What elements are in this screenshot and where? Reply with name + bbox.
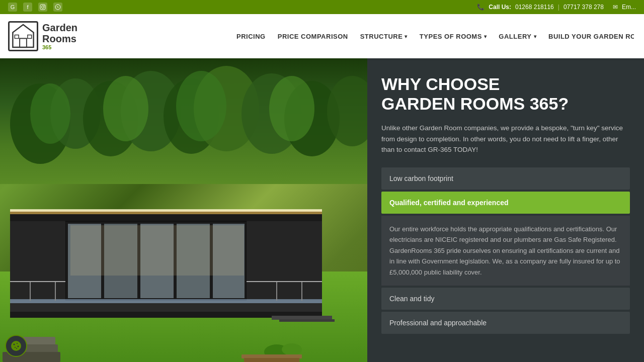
email-partial[interactable]: Em... bbox=[622, 4, 636, 11]
social-links: G f bbox=[8, 3, 62, 12]
svg-point-57 bbox=[11, 341, 21, 351]
svg-point-20 bbox=[176, 71, 226, 141]
nav-structure[interactable]: STRUCTURE ▾ bbox=[360, 33, 408, 40]
phone-icon: 📞 bbox=[477, 4, 485, 11]
whatsapp-icon[interactable] bbox=[53, 3, 62, 12]
trees-svg bbox=[0, 63, 367, 179]
svg-point-1 bbox=[42, 6, 44, 9]
svg-rect-0 bbox=[40, 5, 45, 10]
logo-line2: Rooms bbox=[42, 33, 77, 44]
phone-number-1[interactable]: 01268 218116 bbox=[515, 4, 554, 11]
logo-text: Garden Rooms 365 bbox=[42, 22, 77, 50]
nav-bar: 365 Garden Rooms 365 PRICING PRICE COMPA… bbox=[0, 14, 644, 58]
svg-rect-41 bbox=[10, 299, 322, 303]
feature-low-carbon[interactable]: Low carbon footprint bbox=[381, 167, 630, 190]
svg-rect-35 bbox=[70, 225, 244, 276]
svg-point-59 bbox=[17, 343, 18, 344]
instagram-icon[interactable] bbox=[38, 3, 47, 12]
divider: | bbox=[558, 4, 559, 11]
logo-line1: Garden bbox=[42, 22, 77, 33]
nav-pricing[interactable]: PRICING bbox=[236, 33, 266, 40]
garden-room-image bbox=[0, 58, 367, 362]
svg-rect-38 bbox=[10, 209, 322, 212]
feature-professional[interactable]: Professional and approachable bbox=[381, 312, 630, 334]
why-choose-description: Unlike other Garden Room companies, we p… bbox=[381, 123, 630, 155]
why-choose-heading: WHY CHOOSE GARDEN ROOMS 365? bbox=[381, 74, 630, 114]
nav-gallery[interactable]: GALLERY ▾ bbox=[499, 33, 536, 40]
svg-rect-36 bbox=[10, 221, 65, 302]
feature-clean-tidy[interactable]: Clean and tidy bbox=[381, 288, 630, 310]
svg-point-19 bbox=[103, 76, 148, 141]
logo-icon: 365 bbox=[8, 21, 38, 51]
svg-point-54 bbox=[282, 343, 302, 355]
logo[interactable]: 365 Garden Rooms 365 bbox=[8, 21, 77, 51]
info-panel: WHY CHOOSE GARDEN ROOMS 365? Unlike othe… bbox=[367, 58, 644, 362]
cookie-consent-badge[interactable] bbox=[5, 335, 27, 357]
svg-point-60 bbox=[18, 346, 19, 347]
cursor-position bbox=[136, 209, 141, 214]
gallery-chevron: ▾ bbox=[534, 34, 537, 39]
svg-rect-7 bbox=[28, 35, 32, 39]
types-chevron: ▾ bbox=[484, 34, 487, 39]
email-icon: ✉ bbox=[613, 4, 618, 11]
contact-info: 📞 Call Us: 01268 218116 | 07717 378 278 … bbox=[477, 4, 636, 11]
cookie-icon bbox=[10, 340, 22, 352]
nav-links: PRICING PRICE COMPARISON STRUCTURE ▾ TYP… bbox=[236, 33, 634, 40]
nav-build-garden-room[interactable]: BUILD YOUR GARDEN ROO... bbox=[548, 33, 634, 40]
svg-point-2 bbox=[44, 6, 45, 7]
svg-point-18 bbox=[30, 83, 70, 144]
top-bar: G f 📞 Call Us: 01268 218116 | 07717 378 … bbox=[0, 0, 644, 14]
nav-price-comparison[interactable]: PRICE COMPARISON bbox=[278, 33, 348, 40]
main-content: WHY CHOOSE GARDEN ROOMS 365? Unlike othe… bbox=[0, 58, 644, 362]
svg-point-58 bbox=[14, 344, 15, 345]
svg-rect-5 bbox=[20, 38, 27, 47]
feature-qualified-detail: Our entire workforce holds the appropria… bbox=[381, 216, 630, 286]
facebook-icon[interactable]: f bbox=[23, 3, 32, 12]
ground-details bbox=[0, 312, 367, 362]
svg-point-21 bbox=[269, 76, 314, 141]
garden-room-svg bbox=[5, 181, 347, 322]
svg-rect-6 bbox=[15, 35, 19, 39]
svg-point-62 bbox=[16, 348, 17, 349]
svg-rect-56 bbox=[244, 358, 299, 362]
svg-rect-37 bbox=[247, 221, 322, 302]
google-icon[interactable]: G bbox=[8, 3, 17, 12]
phone-number-2[interactable]: 07717 378 278 bbox=[564, 4, 604, 11]
call-us-label: Call Us: bbox=[489, 4, 511, 11]
svg-rect-55 bbox=[242, 354, 302, 358]
structure-chevron: ▾ bbox=[405, 34, 408, 39]
nav-types-of-rooms[interactable]: TYPES OF ROOMS ▾ bbox=[420, 33, 487, 40]
feature-qualified[interactable]: Qualified, certified and experienced bbox=[381, 192, 630, 214]
svg-marker-4 bbox=[13, 25, 33, 47]
logo-badge: 365 bbox=[42, 44, 77, 50]
svg-point-61 bbox=[15, 347, 16, 348]
